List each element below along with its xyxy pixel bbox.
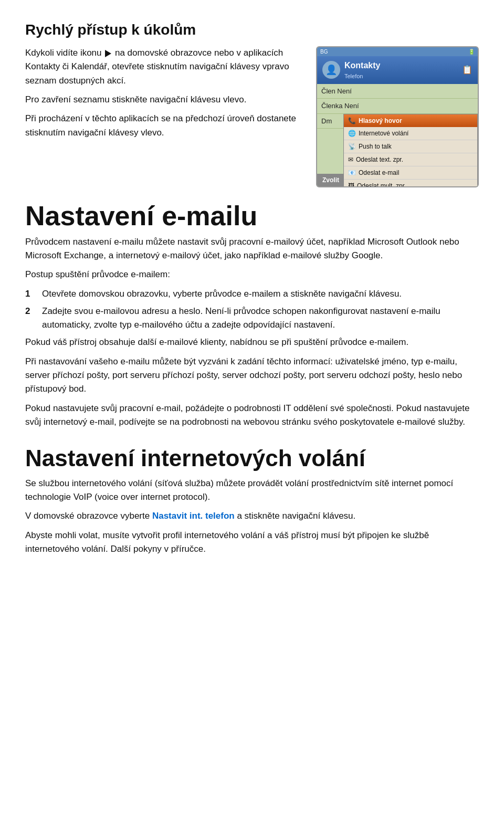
internet-step1-text: V domovské obrazovce vyberte <box>25 511 152 521</box>
phone-ui: BG 🔋 👤 Kontakty Telefon 📋 Člen Není Č <box>316 46 479 187</box>
menu-item-selected: 📞 Hlasový hovor <box>344 114 477 127</box>
menu-icon: 🌐 <box>348 129 356 138</box>
menu-label: Odeslat text. zpr. <box>356 155 403 164</box>
internet-section: Nastavení internetových volání Se službo… <box>25 446 479 556</box>
step-1-num: 1 <box>25 287 36 301</box>
phone-menu-overlay: Dm 📞 Hlasový hovor 🌐 Internetové volání <box>317 114 478 129</box>
steps-title: Postup spuštění průvodce e-mailem: <box>25 268 479 281</box>
intro-paragraph-2: Pro zavření seznamu stiskněte navigační … <box>25 93 303 107</box>
internet-intro: Se službou internetového volání (síťová … <box>25 477 479 505</box>
footer-left-btn[interactable]: Zvolit <box>322 175 339 185</box>
menu-item: 🌐 Internetové volání <box>344 127 477 140</box>
menu-icon: 🖼 <box>348 181 354 187</box>
step-2-num: 2 <box>25 304 36 331</box>
intro-block: Kdykoli vidíte ikonu na domovské obrazov… <box>25 46 479 187</box>
email-section-title: Nastavení e-mailu <box>25 201 479 231</box>
phone-avatar: 👤 <box>322 61 340 79</box>
menu-label: Odeslat e-mail <box>359 168 399 177</box>
step-1: 1 Otevřete domovskou obrazovku, vyberte … <box>25 287 479 301</box>
email-text-col: Nastavení e-mailu <box>25 192 479 235</box>
phone-popup-menu: 📞 Hlasový hovor 🌐 Internetové volání 📡 P… <box>343 114 478 187</box>
intro-text: Kdykoli vidíte ikonu na domovské obrazov… <box>25 46 303 187</box>
list-label: Členka Není <box>321 101 359 111</box>
page-title: Rychlý přístup k úkolům <box>25 19 479 41</box>
internet-note: Abyste mohli volat, musíte vytvořit prof… <box>25 529 479 556</box>
phone-screen: BG 🔋 👤 Kontakty Telefon 📋 Člen Není Č <box>316 46 479 187</box>
email-note-1: Pokud váš přístroj obsahuje další e-mail… <box>25 335 479 349</box>
phone-header: 👤 Kontakty Telefon 📋 <box>317 56 478 84</box>
menu-icon: 📞 <box>348 116 356 125</box>
menu-icon: ✉ <box>348 155 353 164</box>
internet-step1: V domovské obrazovce vyberte Nastavit in… <box>25 509 479 523</box>
status-right: 🔋 <box>468 48 475 56</box>
step-1-text: Otevřete domovskou obrazovku, vyberte pr… <box>42 287 479 301</box>
menu-label: Odeslat mult. zpr. <box>357 181 406 187</box>
list-label: Dm <box>321 116 332 127</box>
phone-body: Člen Není Členka Není Dm 📞 Hlasový h <box>317 84 478 174</box>
list-item: Člen Není <box>317 84 478 99</box>
email-section: Nastavení e-mailu Průvodcem nastavení e-… <box>25 192 479 429</box>
phone-header-title: Kontakty <box>344 59 380 72</box>
internet-step1-link[interactable]: Nastavit int. telefon <box>152 511 235 521</box>
internet-step1-end: a stiskněte navigační klávesu. <box>235 511 356 521</box>
phone-header-icon: 📋 <box>462 64 472 76</box>
list-item: Členka Není <box>317 99 478 114</box>
email-intro: Průvodcem nastavení e-mailu můžete nasta… <box>25 235 479 263</box>
status-left: BG <box>320 48 328 56</box>
menu-icon: 📧 <box>348 168 356 177</box>
menu-item: ✉ Odeslat text. zpr. <box>344 153 477 166</box>
phone-header-sub: Telefon <box>344 72 380 81</box>
phone-status-bar: BG 🔋 <box>317 47 478 56</box>
menu-item: 🖼 Odeslat mult. zpr. <box>344 180 477 187</box>
intro-paragraph-1: Kdykoli vidíte ikonu na domovské obrazov… <box>25 46 303 88</box>
steps-list: 1 Otevřete domovskou obrazovku, vyberte … <box>25 287 479 332</box>
menu-label: Internetové volání <box>359 129 408 138</box>
menu-item: 📡 Push to talk <box>344 140 477 153</box>
menu-label: Push to talk <box>359 142 392 151</box>
internet-section-title: Nastavení internetových volání <box>25 446 479 471</box>
play-icon <box>105 50 111 57</box>
intro-paragraph-3: Při procházení v těchto aplikacích se na… <box>25 112 303 140</box>
list-label: Člen Není <box>321 86 352 97</box>
menu-icon: 📡 <box>348 142 356 151</box>
menu-item: 📧 Odeslat e-mail <box>344 166 477 180</box>
step-2-text: Zadejte svou e-mailovou adresu a heslo. … <box>42 304 479 331</box>
phone-header-info: Kontakty Telefon <box>344 59 380 81</box>
email-section-content: Nastavení e-mailu <box>25 192 479 235</box>
menu-label: Hlasový hovor <box>359 116 402 125</box>
email-note-2: Při nastavování vašeho e-mailu můžete bý… <box>25 355 479 396</box>
email-note-3: Pokud nastavujete svůj pracovní e-mail, … <box>25 402 479 429</box>
step-2: 2 Zadejte svou e-mailovou adresu a heslo… <box>25 304 479 331</box>
